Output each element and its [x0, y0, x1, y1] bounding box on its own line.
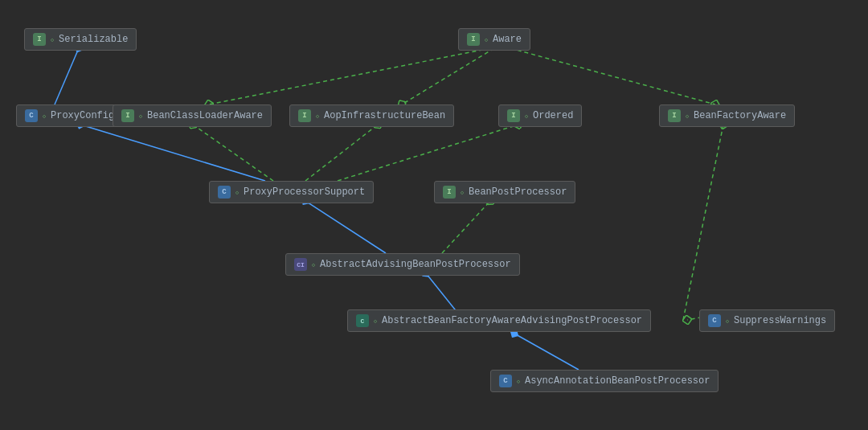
- badge-aware: I: [467, 33, 480, 46]
- badge-abstract-advising: CI: [294, 258, 307, 271]
- leaf-icon-abstract-bean-factory: ⬦: [373, 317, 378, 326]
- svg-line-7: [80, 125, 265, 181]
- node-async-annotation: C ⬦ AsyncAnnotationBeanPostProcessor: [490, 370, 719, 392]
- svg-line-13: [426, 273, 458, 313]
- svg-line-12: [442, 201, 490, 253]
- leaf-icon-ordered: ⬦: [524, 112, 529, 121]
- svg-line-11: [305, 201, 386, 253]
- label-async-annotation: AsyncAnnotationBeanPostProcessor: [525, 375, 710, 387]
- svg-line-9: [305, 125, 378, 181]
- badge-proxy-processor-support: C: [218, 186, 231, 199]
- badge-ordered: I: [507, 109, 520, 122]
- label-aop-infrastructure-bean: AopInfrastructureBean: [324, 110, 445, 121]
- badge-suppress-warnings: C: [708, 314, 721, 327]
- leaf-icon-async-annotation: ⬦: [516, 377, 521, 386]
- label-aware: Aware: [493, 34, 522, 45]
- badge-proxy-config: C: [25, 109, 38, 122]
- node-aware: I ⬦ Aware: [458, 28, 530, 51]
- label-abstract-advising: AbstractAdvisingBeanPostProcessor: [320, 259, 511, 270]
- badge-bean-post-processor: I: [443, 186, 456, 199]
- svg-line-10: [338, 125, 518, 181]
- badge-serializable: I: [33, 33, 46, 46]
- node-ordered: I ⬦ Ordered: [498, 104, 582, 127]
- node-proxy-processor-support: C ⬦ ProxyProcessorSupport: [209, 181, 374, 203]
- leaf-icon-proxy-processor-support: ⬦: [235, 188, 240, 197]
- svg-line-8: [193, 125, 273, 181]
- svg-line-16: [514, 334, 579, 370]
- svg-line-3: [55, 48, 79, 104]
- leaf-icon-suppress-warnings: ⬦: [725, 317, 730, 326]
- label-bean-factory-aware: BeanFactoryAware: [694, 110, 786, 121]
- node-abstract-advising: CI ⬦ AbstractAdvisingBeanPostProcessor: [285, 253, 520, 276]
- node-suppress-warnings: C ⬦ SuppressWarnings: [699, 309, 835, 332]
- node-abstract-bean-factory: C ⬦ AbstractBeanFactoryAwareAdvisingPost…: [347, 309, 651, 332]
- diagram-container: I ⬦ Serializable I ⬦ Aware C ⬦ ProxyConf…: [0, 0, 868, 430]
- label-abstract-bean-factory: AbstractBeanFactoryAwareAdvisingPostProc…: [382, 315, 642, 326]
- node-bean-factory-aware: I ⬦ BeanFactoryAware: [659, 104, 795, 127]
- leaf-icon-serializable: ⬦: [50, 35, 55, 44]
- label-serializable: Serializable: [59, 34, 128, 45]
- node-proxy-config: C ⬦ ProxyConfig: [16, 104, 123, 127]
- label-proxy-processor-support: ProxyProcessorSupport: [244, 186, 365, 198]
- leaf-icon-bean-classloader-aware: ⬦: [138, 112, 143, 121]
- badge-aop-infrastructure-bean: I: [298, 109, 311, 122]
- label-bean-post-processor: BeanPostProcessor: [469, 186, 567, 198]
- node-aop-infrastructure-bean: I ⬦ AopInfrastructureBean: [289, 104, 454, 127]
- badge-async-annotation: C: [499, 375, 512, 387]
- label-bean-classloader-aware: BeanClassLoaderAware: [147, 110, 263, 121]
- node-bean-classloader-aware: I ⬦ BeanClassLoaderAware: [113, 104, 272, 127]
- svg-line-5: [402, 48, 494, 104]
- label-proxy-config: ProxyConfig: [51, 110, 114, 121]
- leaf-icon-bean-post-processor: ⬦: [460, 188, 465, 197]
- svg-line-6: [510, 48, 715, 104]
- label-ordered: Ordered: [533, 110, 573, 121]
- leaf-icon-bean-factory-aware: ⬦: [685, 112, 690, 121]
- badge-abstract-bean-factory: C: [356, 314, 369, 327]
- node-bean-post-processor: I ⬦ BeanPostProcessor: [434, 181, 575, 203]
- leaf-icon-proxy-config: ⬦: [42, 112, 47, 121]
- leaf-icon-aware: ⬦: [484, 35, 489, 44]
- leaf-icon-abstract-advising: ⬦: [311, 260, 316, 269]
- node-serializable: I ⬦ Serializable: [24, 28, 137, 51]
- arrows-layer: [0, 0, 868, 430]
- leaf-icon-aop-infrastructure-bean: ⬦: [315, 112, 320, 121]
- label-suppress-warnings: SuppressWarnings: [734, 315, 826, 326]
- badge-bean-factory-aware: I: [668, 109, 681, 122]
- svg-line-14: [683, 125, 723, 320]
- svg-line-4: [209, 48, 490, 104]
- badge-bean-classloader-aware: I: [121, 109, 134, 122]
